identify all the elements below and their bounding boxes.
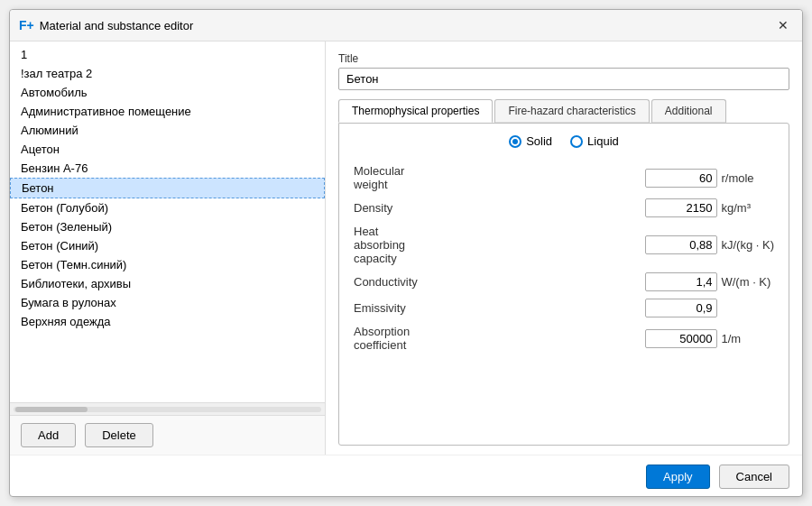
apply-button[interactable]: Apply xyxy=(646,465,710,489)
title-bar: F+ Material and substance editor ✕ xyxy=(10,10,802,41)
property-unit: kg/m³ xyxy=(719,195,776,221)
liquid-radio-circle xyxy=(570,135,583,148)
add-button[interactable]: Add xyxy=(21,423,76,447)
title-bar-left: F+ Material and substance editor xyxy=(19,18,193,32)
property-unit: kJ/(kg · K) xyxy=(719,221,776,269)
property-input[interactable] xyxy=(645,272,717,291)
property-input[interactable] xyxy=(645,198,717,217)
solid-radio-circle xyxy=(509,135,521,148)
property-input[interactable] xyxy=(645,235,717,254)
list-item[interactable]: 1 xyxy=(10,45,325,64)
horizontal-scrollbar[interactable] xyxy=(10,402,325,415)
tab-panel-thermophysical: Solid Liquid Molecular weightr/moleDensi… xyxy=(338,123,789,446)
list-item[interactable]: Бумага в рулонах xyxy=(10,293,325,312)
material-editor-dialog: F+ Material and substance editor ✕ 1!зал… xyxy=(9,9,803,497)
property-name: Heat absorbing capacity xyxy=(352,221,420,269)
property-row: Absorption coefficient1/m xyxy=(352,321,776,355)
scroll-thumb xyxy=(15,407,88,412)
properties-table: Molecular weightr/moleDensitykg/m³Heat a… xyxy=(352,161,776,355)
left-panel: 1!зал театра 2АвтомобильАдминистративное… xyxy=(10,41,326,455)
dialog-footer: Apply Cancel xyxy=(10,455,802,496)
list-item[interactable]: Бензин А-76 xyxy=(10,159,325,178)
property-input[interactable] xyxy=(645,169,717,188)
property-tabs: Thermophysical propertiesFire-hazard cha… xyxy=(338,99,789,123)
solid-radio[interactable]: Solid xyxy=(509,134,552,148)
close-button[interactable]: ✕ xyxy=(773,15,793,35)
list-item[interactable]: Бетон xyxy=(10,178,325,198)
list-item[interactable]: Ацетон xyxy=(10,140,325,159)
tab-additional[interactable]: Additional xyxy=(651,99,726,123)
material-list[interactable]: 1!зал театра 2АвтомобильАдминистративное… xyxy=(10,41,325,402)
property-name: Emissivity xyxy=(352,295,420,321)
property-unit: 1/m xyxy=(719,321,776,355)
list-item[interactable]: Библиотеки, архивы xyxy=(10,274,325,293)
property-row: Densitykg/m³ xyxy=(352,195,776,221)
property-row: Emissivity xyxy=(352,295,776,321)
cancel-button[interactable]: Cancel xyxy=(719,465,789,489)
list-item[interactable]: Автомобиль xyxy=(10,83,325,102)
tab-thermo[interactable]: Thermophysical properties xyxy=(338,99,493,123)
property-input[interactable] xyxy=(645,329,717,348)
state-radio-group: Solid Liquid xyxy=(352,134,776,148)
dialog-title: Material and substance editor xyxy=(40,19,194,32)
property-row: ConductivityW/(m · K) xyxy=(352,269,776,295)
right-panel: Title Thermophysical propertiesFire-haza… xyxy=(326,41,802,455)
property-name: Molecular weight xyxy=(352,161,420,195)
app-icon: F+ xyxy=(19,18,34,32)
tab-firehazard[interactable]: Fire-hazard characteristics xyxy=(494,99,649,123)
list-item[interactable]: Бетон (Синий) xyxy=(10,236,325,255)
property-unit: r/mole xyxy=(719,161,776,195)
title-field-label: Title xyxy=(338,52,789,65)
property-row: Molecular weightr/mole xyxy=(352,161,776,195)
liquid-radio-label: Liquid xyxy=(587,134,619,148)
list-item[interactable]: Алюминий xyxy=(10,121,325,140)
list-item[interactable]: Бетон (Голубой) xyxy=(10,198,325,217)
scroll-track xyxy=(14,407,321,412)
property-name: Absorption coefficient xyxy=(352,321,420,355)
property-unit xyxy=(719,295,776,321)
property-name: Conductivity xyxy=(352,269,420,295)
property-row: Heat absorbing capacitykJ/(kg · K) xyxy=(352,221,776,269)
dialog-content: 1!зал театра 2АвтомобильАдминистративное… xyxy=(10,41,802,455)
property-name: Density xyxy=(352,195,420,221)
delete-button[interactable]: Delete xyxy=(85,423,153,447)
title-input[interactable] xyxy=(338,68,789,90)
list-actions: Add Delete xyxy=(10,415,325,455)
liquid-radio[interactable]: Liquid xyxy=(570,134,619,148)
list-item[interactable]: Административное помещение xyxy=(10,102,325,121)
list-item[interactable]: !зал театра 2 xyxy=(10,64,325,83)
solid-radio-label: Solid xyxy=(526,134,552,148)
property-input[interactable] xyxy=(645,299,717,317)
list-item[interactable]: Верхняя одежда xyxy=(10,312,325,331)
list-item[interactable]: Бетон (Зеленый) xyxy=(10,217,325,236)
property-unit: W/(m · K) xyxy=(719,269,776,295)
list-item[interactable]: Бетон (Темн.синий) xyxy=(10,255,325,274)
